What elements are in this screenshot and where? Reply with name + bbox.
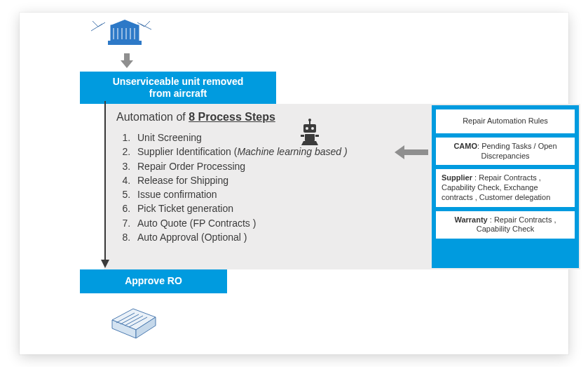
unserviceable-line2: from aircraft xyxy=(149,88,207,100)
rule-item-camo-rest: : Pending Tasks / Open Discrepancies xyxy=(477,142,557,160)
svg-rect-20 xyxy=(315,135,319,137)
approve-ro-box: Approve RO xyxy=(80,269,227,293)
rules-panel: Repair Automation Rules CAMO: Pending Ta… xyxy=(432,105,579,268)
svg-marker-2 xyxy=(111,20,139,25)
svg-point-16 xyxy=(306,127,308,130)
arrow-down-long-icon xyxy=(99,101,111,269)
process-title-prefix: Automation of xyxy=(116,111,189,123)
arrow-down-icon xyxy=(118,52,136,73)
step-2-text: Supplier Identification ( xyxy=(137,146,237,157)
svg-marker-23 xyxy=(395,145,404,159)
svg-rect-14 xyxy=(309,121,310,124)
svg-marker-10 xyxy=(121,60,133,68)
facility-icon xyxy=(102,299,165,341)
svg-rect-15 xyxy=(303,124,316,133)
svg-marker-12 xyxy=(101,260,109,268)
svg-point-17 xyxy=(311,127,314,130)
diagram-card: Unserviceable unit removed from aircraft… xyxy=(20,13,568,354)
unserviceable-line1: Unserviceable unit removed xyxy=(113,76,244,88)
rule-item-warranty-rest: : Repair Contracts , Capability Check xyxy=(477,215,556,234)
svg-rect-22 xyxy=(404,149,428,155)
rule-item-supplier: Supplier : Repair Contracts , Capability… xyxy=(436,169,575,206)
rule-item-camo-lead: CAMO xyxy=(453,142,477,150)
approve-ro-label: Approve RO xyxy=(125,275,182,288)
rule-item-automation: Repair Automation Rules xyxy=(436,109,575,133)
rule-item-warranty: Warranty : Repair Contracts , Capability… xyxy=(436,211,575,239)
step-2-ml: Machine learning based ) xyxy=(237,146,347,157)
process-title-count: 8 Process Steps xyxy=(189,111,275,123)
svg-rect-9 xyxy=(124,53,130,60)
rule-item-warranty-lead: Warranty xyxy=(454,215,487,224)
rule-item-camo: CAMO: Pending Tasks / Open Discrepancies xyxy=(436,138,575,166)
robot-icon xyxy=(296,116,323,150)
rule-item-supplier-lead: Supplier xyxy=(442,173,472,182)
rule-item-automation-label: Repair Automation Rules xyxy=(463,116,548,125)
facility-icon xyxy=(90,17,153,52)
svg-rect-1 xyxy=(108,41,142,45)
svg-rect-18 xyxy=(305,134,315,141)
arrow-left-icon xyxy=(393,143,430,164)
svg-marker-21 xyxy=(301,141,318,145)
unserviceable-box: Unserviceable unit removed from aircraft xyxy=(80,72,276,104)
svg-rect-19 xyxy=(301,135,304,137)
